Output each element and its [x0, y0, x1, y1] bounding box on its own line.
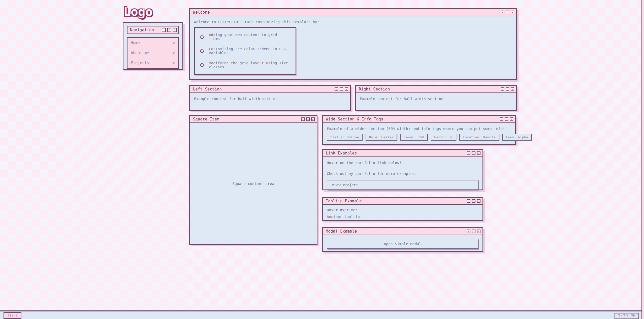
- sidebar-item-about-me[interactable]: About me >: [127, 48, 178, 58]
- minimize-icon[interactable]: −: [501, 11, 504, 14]
- close-icon[interactable]: ×: [345, 87, 348, 91]
- left-section-text: Example content for half-width section: [190, 93, 350, 104]
- minimize-icon[interactable]: −: [301, 117, 305, 121]
- navigation-menu: Home > About me > Projects >: [127, 37, 179, 69]
- chevron-right-icon: >: [173, 61, 175, 65]
- window-title: Square Item: [193, 117, 219, 121]
- minimize-icon[interactable]: −: [467, 199, 470, 203]
- diamond-bullet-icon: [200, 34, 205, 39]
- scrollbar-track[interactable]: [641, 0, 644, 319]
- right-section-titlebar: Right Section − □ ×: [356, 86, 516, 93]
- close-icon[interactable]: ×: [510, 117, 513, 121]
- window-title: Modal Example: [326, 229, 357, 234]
- tooltip-trigger-1[interactable]: Hover over me!: [327, 208, 478, 212]
- close-icon[interactable]: ×: [477, 151, 480, 155]
- window-title: Tooltip Example: [326, 199, 362, 203]
- window-controls: − □ ×: [501, 87, 514, 91]
- list-item: Customizing the color scheme in CSS vari…: [200, 47, 290, 55]
- taskbar-clock: 3:39 PM: [615, 313, 639, 319]
- start-button[interactable]: Start: [4, 312, 21, 319]
- minimize-icon[interactable]: −: [467, 230, 470, 233]
- navigation-titlebar: Navigation − □ ×: [127, 26, 179, 34]
- window-controls: − □ ×: [301, 117, 315, 121]
- nav-item-label: Projects: [131, 61, 149, 65]
- list-item-text: Modifying the grid layout using size cla…: [209, 61, 290, 69]
- maximize-icon[interactable]: □: [167, 28, 171, 32]
- minimize-icon[interactable]: −: [335, 87, 338, 91]
- tooltip-example-titlebar: Tooltip Example − □ ×: [323, 198, 482, 205]
- info-tag-team: Team: Alpha: [502, 134, 532, 141]
- minimize-icon[interactable]: −: [162, 28, 166, 32]
- info-tag-hello: Hello: Hi: [431, 134, 456, 141]
- close-icon[interactable]: ×: [173, 28, 177, 32]
- list-item-text: Adding your own content to grid items: [209, 33, 290, 41]
- list-item-text: Customizing the color scheme in CSS vari…: [209, 47, 290, 55]
- welcome-intro-text: Welcome to POLLYGRID! Start customizing …: [194, 20, 512, 24]
- site-logo: Logo: [123, 5, 153, 19]
- maximize-icon[interactable]: □: [506, 11, 509, 14]
- maximize-icon[interactable]: □: [472, 151, 475, 155]
- window-controls: − □ ×: [467, 199, 480, 203]
- window-title: Right Section: [359, 87, 390, 91]
- info-tag-row: Status: Online Role: Healer Level: 150 H…: [327, 134, 511, 141]
- modal-example-window: Modal Example − □ × Open Simple Modal: [322, 227, 483, 252]
- info-tag-location: Location: Remote: [459, 134, 499, 141]
- link-examples-window: Link Examples − □ × Hover on the portfol…: [322, 149, 483, 190]
- window-controls: − □ ×: [335, 87, 348, 91]
- close-icon[interactable]: ×: [311, 117, 315, 121]
- window-title: Wide Section & Info Tags: [326, 117, 383, 121]
- info-tag-role: Role: Healer: [366, 134, 397, 141]
- wide-section-window: Wide Section & Info Tags − □ × Example o…: [322, 115, 516, 145]
- maximize-icon[interactable]: □: [506, 87, 509, 91]
- sidebar-item-projects[interactable]: Projects >: [127, 58, 178, 68]
- close-icon[interactable]: ×: [477, 199, 480, 203]
- wide-section-titlebar: Wide Section & Info Tags − □ ×: [323, 116, 515, 123]
- list-item: Adding your own content to grid items: [200, 33, 290, 41]
- window-controls: − □ ×: [467, 151, 480, 155]
- wide-section-text: Example of a wider section (60% width) a…: [327, 127, 511, 131]
- right-section-window: Right Section − □ × Example content for …: [355, 85, 517, 111]
- chevron-right-icon: >: [173, 51, 175, 55]
- link-examples-titlebar: Link Examples − □ ×: [323, 150, 482, 157]
- minimize-icon[interactable]: −: [500, 117, 503, 121]
- tooltip-trigger-2[interactable]: Another tooltip: [327, 215, 478, 219]
- portfolio-hover-hint: Hover on the portfolio link below!: [327, 161, 478, 165]
- maximize-icon[interactable]: □: [472, 199, 475, 203]
- tooltip-example-window: Tooltip Example − □ × Hover over me! Ano…: [322, 197, 483, 221]
- maximize-icon[interactable]: □: [505, 117, 508, 121]
- square-content-area: Square content area: [190, 123, 317, 244]
- window-title: Link Examples: [326, 151, 357, 155]
- open-modal-button[interactable]: Open Simple Modal: [327, 239, 478, 249]
- diamond-bullet-icon: [200, 62, 205, 68]
- list-item: Modifying the grid layout using size cla…: [200, 61, 290, 69]
- modal-example-titlebar: Modal Example − □ ×: [323, 228, 482, 235]
- close-icon[interactable]: ×: [477, 230, 480, 233]
- view-project-button[interactable]: View Project: [327, 180, 478, 190]
- welcome-list-box: Adding your own content to grid items Cu…: [194, 27, 296, 75]
- left-section-titlebar: Left Section − □ ×: [190, 86, 350, 93]
- welcome-window: Welcome − □ × Welcome to POLLYGRID! Star…: [189, 8, 517, 80]
- minimize-icon[interactable]: −: [501, 87, 504, 91]
- chevron-right-icon: >: [173, 41, 175, 45]
- window-controls: − □ ×: [500, 117, 513, 121]
- window-title: Left Section: [193, 87, 222, 91]
- close-icon[interactable]: ×: [511, 87, 514, 91]
- maximize-icon[interactable]: □: [306, 117, 310, 121]
- diamond-bullet-icon: [200, 48, 205, 53]
- portfolio-link-text[interactable]: Check out my portfolio for more examples…: [327, 172, 478, 176]
- left-section-window: Left Section − □ × Example content for h…: [189, 85, 351, 111]
- maximize-icon[interactable]: □: [340, 87, 343, 91]
- minimize-icon[interactable]: −: [467, 151, 470, 155]
- square-item-window: Square Item − □ × Square content area: [189, 115, 317, 245]
- close-icon[interactable]: ×: [511, 11, 514, 14]
- window-controls: − □ ×: [467, 230, 480, 233]
- info-tag-level: Level: 150: [400, 134, 428, 141]
- right-section-text: Example content for half-width section: [356, 93, 516, 104]
- maximize-icon[interactable]: □: [472, 230, 475, 233]
- sidebar-item-home[interactable]: Home >: [127, 38, 178, 48]
- nav-item-label: Home: [131, 41, 140, 45]
- welcome-titlebar: Welcome − □ ×: [190, 9, 516, 16]
- window-controls: − □ ×: [501, 11, 514, 14]
- info-tag-status: Status: Online: [327, 134, 363, 141]
- taskbar: Start 3:39 PM: [0, 310, 644, 319]
